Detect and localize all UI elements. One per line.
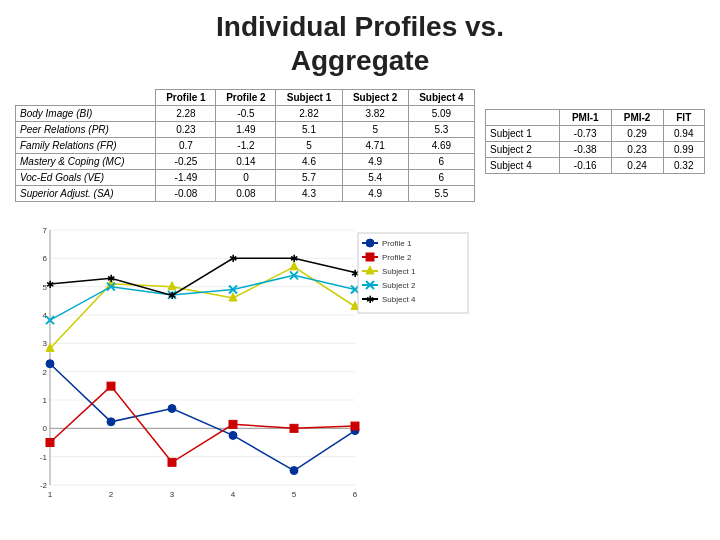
cell-value: -0.25 (156, 154, 216, 170)
cell-value: -1.2 (216, 138, 276, 154)
pmi-cell-value: 0.94 (663, 126, 704, 142)
svg-text:5: 5 (292, 490, 297, 499)
col-header-profile2: Profile 2 (216, 90, 276, 106)
row-label: Voc-Ed Goals (VE) (16, 170, 156, 186)
cell-value: 0.23 (156, 122, 216, 138)
row-label: Mastery & Coping (MC) (16, 154, 156, 170)
pmi-row: Subject 1-0.730.290.94 (486, 126, 705, 142)
svg-text:6: 6 (43, 255, 48, 264)
table-row: Peer Relations (PR)0.231.495.155.3 (16, 122, 475, 138)
cell-value: -0.5 (216, 106, 276, 122)
pmi-row: Subject 2-0.380.230.99 (486, 142, 705, 158)
cell-value: -1.49 (156, 170, 216, 186)
svg-text:-1: -1 (40, 453, 48, 462)
col-header-subject1: Subject 1 (276, 90, 342, 106)
pmi-row-label: Subject 4 (486, 158, 560, 174)
cell-value: 0.14 (216, 154, 276, 170)
svg-text:✱: ✱ (290, 254, 298, 265)
col-header-profile1: Profile 1 (156, 90, 216, 106)
svg-point-30 (168, 405, 176, 413)
cell-value: 4.3 (276, 186, 342, 202)
pmi-cell-value: 0.32 (663, 158, 704, 174)
svg-text:1: 1 (48, 490, 53, 499)
svg-text:2: 2 (43, 368, 48, 377)
svg-rect-34 (46, 439, 54, 447)
svg-text:7: 7 (43, 226, 48, 235)
chart-area: -2-101234567123456✱✱✱✱✱✱Profile 1Profile… (15, 210, 475, 520)
pmi-row: Subject 4-0.160.240.32 (486, 158, 705, 174)
row-label: Family Relations (FR) (16, 138, 156, 154)
cell-value: 5.7 (276, 170, 342, 186)
row-label: Peer Relations (PR) (16, 122, 156, 138)
cell-value: 6 (408, 170, 474, 186)
pmi-cell-value: -0.38 (559, 142, 611, 158)
svg-text:1: 1 (43, 396, 48, 405)
svg-text:Profile 2: Profile 2 (382, 253, 412, 262)
svg-text:3: 3 (170, 490, 175, 499)
cell-value: 5 (342, 122, 408, 138)
cell-value: 5.1 (276, 122, 342, 138)
svg-text:0: 0 (43, 425, 48, 434)
table-row: Voc-Ed Goals (VE)-1.4905.75.46 (16, 170, 475, 186)
svg-text:✱: ✱ (229, 254, 237, 265)
pmi-cell-value: 0.23 (611, 142, 663, 158)
cell-value: 5.3 (408, 122, 474, 138)
table-header-row: Profile 1 Profile 2 Subject 1 Subject 2 … (16, 90, 475, 106)
svg-point-31 (229, 432, 237, 440)
table-row: Body Image (BI)2.28-0.52.823.825.09 (16, 106, 475, 122)
svg-point-29 (107, 418, 115, 426)
cell-value: 5.09 (408, 106, 474, 122)
col-header-empty (16, 90, 156, 106)
svg-text:✱: ✱ (107, 273, 115, 284)
cell-value: 1.49 (216, 122, 276, 138)
pmi-header-row: PMI-1 PMI-2 FIT (486, 110, 705, 126)
cell-value: 4.6 (276, 154, 342, 170)
main-table: Profile 1 Profile 2 Subject 1 Subject 2 … (15, 89, 475, 202)
svg-rect-38 (290, 425, 298, 433)
cell-value: 3.82 (342, 106, 408, 122)
left-section: Profile 1 Profile 2 Subject 1 Subject 2 … (15, 89, 475, 520)
svg-rect-69 (366, 253, 374, 261)
svg-text:2: 2 (109, 490, 114, 499)
right-section: PMI-1 PMI-2 FIT Subject 1-0.730.290.94Su… (485, 89, 705, 520)
pmi-cell-value: 0.99 (663, 142, 704, 158)
table-row: Superior Adjust. (SA)-0.080.084.34.95.5 (16, 186, 475, 202)
row-label: Body Image (BI) (16, 106, 156, 122)
cell-value: -0.08 (156, 186, 216, 202)
svg-text:✱: ✱ (46, 279, 54, 290)
cell-value: 2.28 (156, 106, 216, 122)
cell-value: 5.5 (408, 186, 474, 202)
cell-value: 0 (216, 170, 276, 186)
cell-value: 2.82 (276, 106, 342, 122)
cell-value: 0.7 (156, 138, 216, 154)
cell-value: 4.71 (342, 138, 408, 154)
svg-point-66 (366, 239, 374, 247)
cell-value: 6 (408, 154, 474, 170)
cell-value: 4.69 (408, 138, 474, 154)
pmi-row-label: Subject 2 (486, 142, 560, 158)
pmi-cell-value: 0.29 (611, 126, 663, 142)
row-label: Superior Adjust. (SA) (16, 186, 156, 202)
cell-value: 5.4 (342, 170, 408, 186)
svg-text:✱: ✱ (366, 294, 374, 305)
content-area: Profile 1 Profile 2 Subject 1 Subject 2 … (15, 89, 705, 520)
svg-rect-37 (229, 421, 237, 429)
svg-rect-36 (168, 459, 176, 467)
cell-value: 0.08 (216, 186, 276, 202)
cell-value: 4.9 (342, 154, 408, 170)
page-title: Individual Profiles vs. Aggregate (15, 10, 705, 77)
svg-text:Subject 4: Subject 4 (382, 295, 416, 304)
pmi-cell-value: -0.16 (559, 158, 611, 174)
svg-text:6: 6 (353, 490, 358, 499)
table-row: Family Relations (FR)0.7-1.254.714.69 (16, 138, 475, 154)
pmi-cell-value: 0.24 (611, 158, 663, 174)
svg-rect-39 (351, 422, 359, 430)
svg-point-32 (290, 467, 298, 475)
svg-text:3: 3 (43, 340, 48, 349)
cell-value: 4.9 (342, 186, 408, 202)
svg-text:✱: ✱ (168, 291, 176, 302)
pmi-table: PMI-1 PMI-2 FIT Subject 1-0.730.290.94Su… (485, 109, 705, 174)
pmi-row-label: Subject 1 (486, 126, 560, 142)
col-header-subject4: Subject 4 (408, 90, 474, 106)
pmi-cell-value: -0.73 (559, 126, 611, 142)
